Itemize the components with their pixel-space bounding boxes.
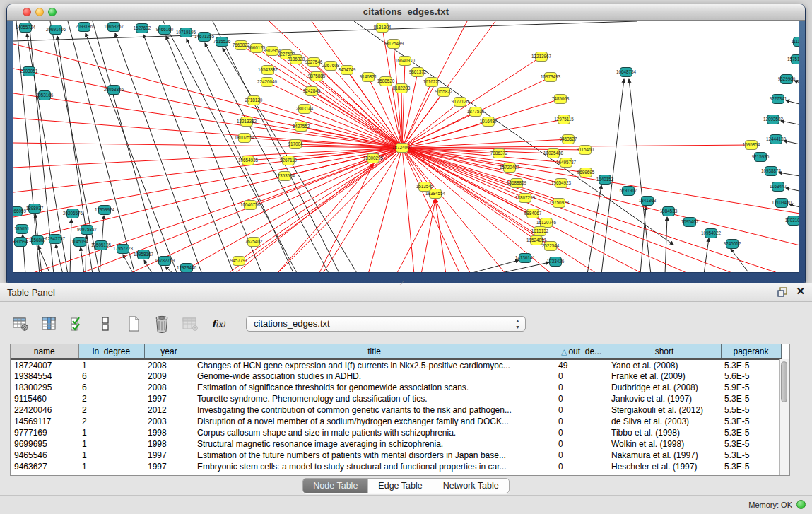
tab-network-table[interactable]: Network Table xyxy=(433,479,509,493)
graph-node-label: 9457791 xyxy=(230,258,248,263)
table-row[interactable]: 1872400712008Changes of HCN gene express… xyxy=(11,359,781,370)
cell-short: Wolkin et al. (1998) xyxy=(608,438,721,450)
graph-node-label: 16640910 xyxy=(395,58,416,63)
delete-column-icon[interactable] xyxy=(153,315,171,333)
graph-node-label: 1156867 xyxy=(29,238,47,243)
table-header-row[interactable]: namein_degreeyeartitle△out_de...shortpag… xyxy=(11,344,781,359)
cell-out_de: 0 xyxy=(555,404,608,416)
graph-node-label: 7485063 xyxy=(552,96,570,101)
graph-node-label: 8454749 xyxy=(339,67,356,72)
cell-year: 2009 xyxy=(144,370,194,382)
graph-node-label: 7515526 xyxy=(213,39,231,44)
graph-node-label: 585051 xyxy=(14,226,30,231)
cell-short: de Silva et al. (2003) xyxy=(608,416,721,427)
network-view-window[interactable]: citations_edges.txt 14055724206914062093… xyxy=(7,4,805,283)
table-panel-header[interactable]: Table Panel ⟋ ✕ xyxy=(0,283,812,302)
cell-pagerank: 5.3E-5 xyxy=(721,359,781,370)
column-header-year[interactable]: year xyxy=(144,344,194,359)
graph-node[interactable]: 917004 xyxy=(288,140,303,149)
table-row[interactable]: 969969511998Structural magnetic resonanc… xyxy=(11,438,781,450)
table-row[interactable]: 946362711997Embryonic stem cells: a mode… xyxy=(11,461,781,472)
memory-status-icon[interactable] xyxy=(796,500,806,509)
cell-year: 1998 xyxy=(144,438,194,450)
function-builder-icon[interactable]: f(x) xyxy=(209,315,228,333)
cell-short: Nakamura et al. (1997) xyxy=(608,450,721,461)
table-row[interactable]: 1938455462009Genome-wide association stu… xyxy=(11,370,781,382)
float-window-icon[interactable] xyxy=(777,286,788,298)
close-icon[interactable]: ✕ xyxy=(796,285,805,298)
table-row[interactable]: 1456911722003Disruption of a novel membe… xyxy=(11,416,781,427)
column-header-in_degree[interactable]: in_degree xyxy=(78,344,144,359)
graph-node-label: 9329966 xyxy=(778,76,796,81)
graph-node-label: 9146821 xyxy=(360,74,377,79)
graph-node-label: 14055724 xyxy=(16,25,36,30)
graph-node-label: 8131304 xyxy=(374,25,392,30)
table-selector-value: citations_edges.txt xyxy=(254,318,330,329)
graph-node-label: 15720407 xyxy=(500,165,520,170)
cell-in_degree: 2 xyxy=(78,416,144,427)
cell-year: 1998 xyxy=(144,427,194,438)
show-columns-icon[interactable] xyxy=(40,315,58,333)
tab-edge-table[interactable]: Edge Table xyxy=(368,479,433,493)
graph-node[interactable]: 585051 xyxy=(14,225,30,234)
graph-node-label: 2053166 xyxy=(36,93,54,98)
column-header-out_de[interactable]: △out_de... xyxy=(555,344,608,359)
cell-out_de: 0 xyxy=(555,393,608,404)
graph-node[interactable]: 391594 xyxy=(13,238,28,247)
cell-title: Genome-wide association studies in ADHD. xyxy=(194,370,555,382)
tab-node-table[interactable]: Node Table xyxy=(303,479,368,493)
table-panel: Table Panel ⟋ ✕ xyxy=(0,283,812,514)
graph-node-label: 2718120 xyxy=(245,98,263,103)
graph-node-label: 18724007 xyxy=(392,145,413,150)
graph-node-label: 9115460 xyxy=(577,147,594,152)
graph-node-label: 18125439 xyxy=(384,41,404,46)
cell-in_degree: 2 xyxy=(78,404,144,416)
cell-year: 1997 xyxy=(144,450,194,461)
graph-node-label: 1513545 xyxy=(416,184,434,189)
graph-node-label: 1616225 xyxy=(423,79,441,84)
cell-year: 2003 xyxy=(144,416,194,427)
column-header-short[interactable]: short xyxy=(608,344,721,359)
vertical-scrollbar[interactable] xyxy=(779,359,789,475)
create-column-icon[interactable] xyxy=(124,315,143,333)
table-mode-icon[interactable] xyxy=(11,315,30,333)
cell-year: 2012 xyxy=(144,404,194,416)
graph-node-label: 9875885 xyxy=(308,74,326,78)
table-row[interactable]: 911546021997Tourette syndrome. Phenomeno… xyxy=(11,393,781,404)
network-canvas-frame: 1405572420691406209318610653267152760294… xyxy=(13,21,799,273)
cell-short: Franke et al. (2009) xyxy=(608,370,721,382)
table-row[interactable]: 2242004622012Investigating the contribut… xyxy=(11,404,781,416)
cell-in_degree: 6 xyxy=(78,370,144,382)
cell-name: 14569117 xyxy=(11,416,78,427)
node-table[interactable]: namein_degreeyeartitle△out_de...shortpag… xyxy=(10,344,790,476)
graph-node-label: 10025488 xyxy=(543,151,564,156)
cell-name: 9463627 xyxy=(11,461,78,472)
graph-node-label: 1588520 xyxy=(377,78,395,83)
column-header-name[interactable]: name xyxy=(11,344,78,359)
cell-in_degree: 1 xyxy=(78,438,144,450)
table-selector[interactable]: citations_edges.txt ▲▼ xyxy=(246,316,526,332)
graph-node-label: 12213967 xyxy=(531,54,552,59)
cell-year: 1997 xyxy=(144,393,194,404)
panel-resize-grip[interactable]: ⟋ xyxy=(400,281,408,286)
cell-in_degree: 1 xyxy=(78,461,144,472)
column-header-title[interactable]: title xyxy=(194,344,555,359)
network-window-titlebar[interactable]: citations_edges.txt xyxy=(7,4,805,21)
row-select-icon[interactable] xyxy=(68,315,86,333)
graph-node-label: 14671355 xyxy=(194,34,215,39)
graph-node-label: 13505135 xyxy=(91,243,112,247)
graph-node-label: 17359924 xyxy=(95,207,115,212)
table-row[interactable]: 1830029562008Estimation of significance … xyxy=(11,382,781,393)
network-canvas[interactable]: 1405572420691406209318610653267152760294… xyxy=(13,21,799,273)
graph-node-label: 12975115 xyxy=(554,117,574,122)
cell-short: Stergiakouli et al. (2012) xyxy=(608,404,721,416)
cell-pagerank: 5.3E-5 xyxy=(721,416,781,427)
column-header-pagerank[interactable]: pagerank xyxy=(721,344,781,359)
graph-node-label: 18300295 xyxy=(363,156,384,160)
table-row[interactable]: 977716911998Corpus callosum shape and si… xyxy=(11,427,781,438)
graph-node-label: 1984533 xyxy=(660,209,678,214)
cell-view-icon[interactable] xyxy=(96,315,114,333)
scrollbar-thumb[interactable] xyxy=(781,361,787,402)
table-row[interactable]: 946554611997Estimation of the future num… xyxy=(11,450,781,461)
cell-name: 9115460 xyxy=(11,393,78,404)
